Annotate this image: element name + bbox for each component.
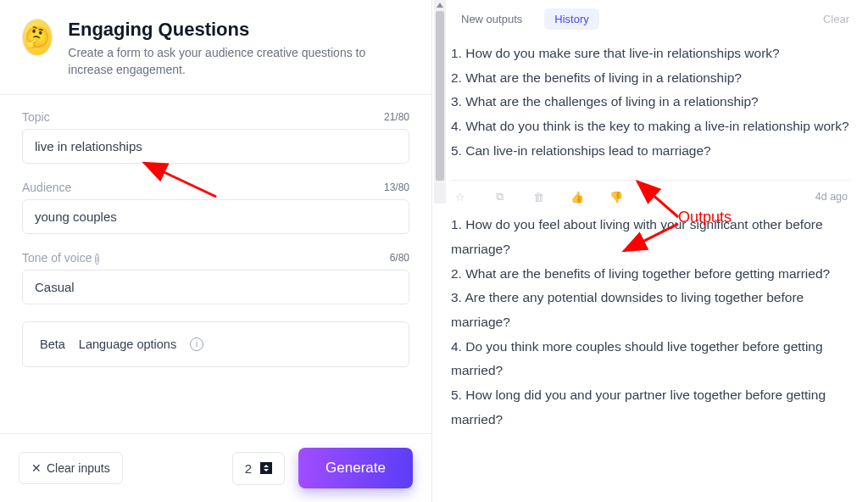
- clear-outputs-link[interactable]: Clear: [823, 13, 849, 25]
- beta-badge: Beta: [40, 337, 65, 351]
- clear-inputs-label: Clear inputs: [47, 461, 110, 475]
- app-emoji-icon: 🤔: [22, 19, 53, 56]
- field-tone: Tone of voice i 6/80: [22, 251, 409, 304]
- topic-input[interactable]: [22, 129, 409, 164]
- output-block: 1. How do you feel about living with you…: [451, 209, 849, 442]
- tab-new-outputs[interactable]: New outputs: [451, 8, 532, 30]
- info-icon[interactable]: i: [190, 337, 203, 351]
- topic-label: Topic: [22, 110, 50, 124]
- generate-button[interactable]: Generate: [298, 448, 413, 488]
- divider: [451, 180, 849, 181]
- clear-inputs-button[interactable]: ✕ Clear inputs: [19, 452, 123, 484]
- output-block: 1. How do you make sure that live-in rel…: [451, 38, 849, 173]
- page-subtitle: Create a form to ask your audience creat…: [68, 44, 409, 79]
- left-panel: 🤔 Engaging Questions Create a form to as…: [0, 0, 432, 502]
- tone-count: 6/80: [390, 252, 409, 264]
- field-topic: Topic 21/80: [22, 110, 409, 164]
- timestamp: 4d ago: [815, 191, 848, 203]
- footer: ✕ Clear inputs 2 Generate: [0, 433, 431, 502]
- tab-history[interactable]: History: [544, 8, 598, 30]
- thumbs-up-icon[interactable]: 👍: [570, 189, 585, 204]
- topic-count: 21/80: [384, 111, 409, 123]
- tone-label: Tone of voice i: [22, 251, 99, 265]
- page-title: Engaging Questions: [68, 19, 409, 41]
- audience-count: 13/80: [384, 181, 409, 193]
- outputs-area[interactable]: 1. How do you make sure that live-in rel…: [432, 36, 868, 502]
- language-options[interactable]: Beta Language options i: [22, 321, 409, 367]
- delete-icon[interactable]: 🗑: [531, 189, 546, 204]
- header-texts: Engaging Questions Create a form to ask …: [68, 19, 409, 79]
- tone-input[interactable]: [22, 270, 409, 304]
- copy-icon[interactable]: ⧉: [492, 189, 507, 204]
- tone-label-text: Tone of voice: [22, 251, 92, 265]
- form-area: Topic 21/80 Audience 13/80 Tone of voice…: [0, 95, 431, 433]
- field-audience: Audience 13/80: [22, 181, 409, 234]
- language-options-label: Language options: [79, 337, 176, 351]
- output-actions: ☆ ⧉ 🗑 👍 👎 4d ago: [451, 182, 849, 209]
- tabs: New outputs History Clear: [432, 0, 868, 36]
- audience-input[interactable]: [22, 199, 409, 234]
- stepper-icon[interactable]: [260, 462, 272, 474]
- star-icon[interactable]: ☆: [453, 189, 468, 204]
- audience-label: Audience: [22, 181, 71, 194]
- right-panel: New outputs History Clear 1. How do you …: [432, 0, 868, 502]
- info-icon[interactable]: i: [95, 254, 98, 265]
- header: 🤔 Engaging Questions Create a form to as…: [0, 0, 431, 94]
- quantity-stepper[interactable]: 2: [232, 452, 285, 485]
- quantity-value: 2: [245, 461, 252, 476]
- thumbs-down-icon[interactable]: 👎: [609, 189, 624, 204]
- close-icon: ✕: [31, 461, 42, 475]
